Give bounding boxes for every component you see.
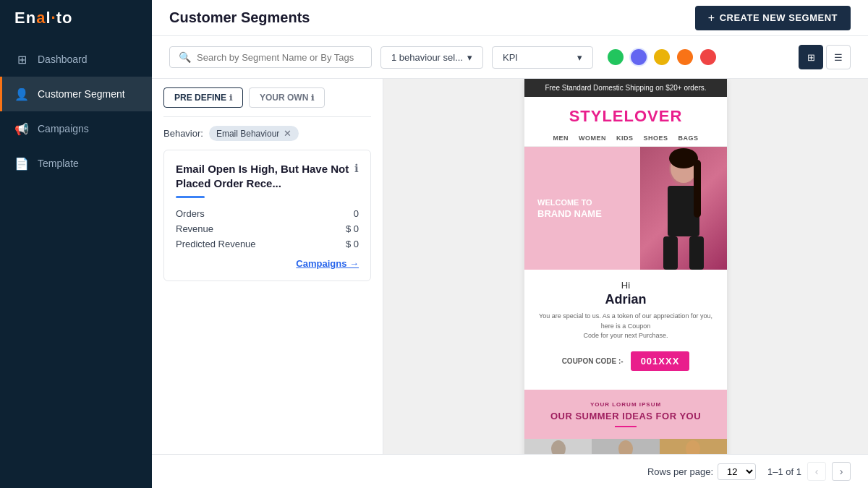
main-content: Customer Segments + CREATE NEW SEGMENT 🔍… — [152, 0, 868, 488]
tab-pre-define-label: PRE DEFINE — [174, 93, 226, 103]
behavior-row: Behavior: Email Behaviour ✕ — [163, 126, 371, 141]
email-template-preview: Free Standard Domestic Shipping on $20+ … — [524, 79, 727, 454]
orders-row: Orders 0 — [176, 208, 359, 219]
kpi-chevron-icon: ▾ — [577, 52, 582, 63]
campaigns-link[interactable]: Campaigns → — [176, 258, 359, 269]
orders-label: Orders — [176, 208, 205, 219]
grid-view-button[interactable]: ⊞ — [799, 45, 823, 69]
svg-point-11 — [618, 440, 633, 455]
right-panel: Free Standard Domestic Shipping on $20+ … — [383, 79, 868, 454]
predicted-revenue-row: Predicted Revenue $ 0 — [176, 239, 359, 249]
list-view-button[interactable]: ☰ — [826, 45, 851, 69]
card-info-icon[interactable]: ℹ — [354, 162, 359, 175]
sidebar-item-dashboard[interactable]: ⊞ Dashboard — [0, 42, 152, 77]
tab-your-own-label: YOUR OWN — [260, 93, 308, 103]
content-area: PRE DEFINE ℹ YOUR OWN ℹ Behavior: Email … — [152, 79, 868, 454]
sidebar-item-label: Dashboard — [38, 53, 88, 65]
color-dot-red[interactable] — [700, 49, 716, 65]
sidebar-item-template[interactable]: 📄 Template — [0, 146, 152, 181]
rows-dropdown[interactable]: 12 24 48 — [718, 463, 756, 480]
list-icon: ☰ — [834, 52, 843, 63]
prev-page-button[interactable]: ‹ — [807, 462, 826, 481]
create-button-label: CREATE NEW SEGMENT — [720, 12, 838, 23]
sidebar-nav: ⊞ Dashboard 👤 Customer Segment 📢 Campaig… — [0, 42, 152, 181]
next-page-button[interactable]: › — [832, 462, 851, 481]
revenue-row: Revenue $ 0 — [176, 223, 359, 234]
email-banner: Free Standard Domestic Shipping on $20+ … — [524, 79, 727, 97]
model-img-1 — [524, 439, 592, 455]
email-summer-section: YOUR LORUM IPSUM OUR SUMMER IDEAS FOR YO… — [524, 390, 727, 439]
tab-your-own[interactable]: YOUR OWN ℹ — [249, 87, 325, 108]
segment-underline — [176, 196, 205, 198]
behavior-tag-close[interactable]: ✕ — [284, 128, 292, 139]
topbar: Customer Segments + CREATE NEW SEGMENT — [152, 0, 868, 36]
summer-title: OUR SUMMER IDEAS FOR YOU — [536, 411, 715, 421]
coupon-row: COUPON CODE :- 001XXX — [536, 351, 715, 371]
dashboard-icon: ⊞ — [14, 52, 29, 67]
logo-accent: · — [51, 9, 56, 27]
sidebar-item-label: Template — [38, 158, 79, 169]
template-icon: 📄 — [14, 156, 29, 171]
predicted-value: $ 0 — [346, 239, 359, 249]
search-wrapper[interactable]: 🔍 — [169, 46, 372, 68]
behaviour-dropdown-label: 1 behaviour sel... — [391, 52, 463, 63]
svg-rect-2 — [663, 236, 678, 270]
svg-point-15 — [686, 440, 700, 455]
nav-women: WOMEN — [579, 134, 606, 142]
color-dot-green[interactable] — [608, 49, 624, 65]
hero-brand: BRAND NAME — [537, 208, 602, 219]
model-figure-3 — [671, 439, 715, 455]
email-recipient: Adrian — [536, 292, 715, 307]
filter-bar: 🔍 1 behaviour sel... ▾ KPI ▾ ⊞ ☰ — [152, 36, 868, 79]
behavior-tag: Email Behaviour ✕ — [209, 126, 299, 141]
logo-text: Enal·to — [14, 9, 72, 27]
model-figure — [640, 147, 727, 270]
model-figure-2 — [604, 439, 647, 455]
segment-card: ℹ Email Open Is High, But Have Not Place… — [163, 150, 371, 281]
logo: Enal·to — [0, 0, 152, 36]
summer-line — [615, 426, 637, 427]
email-logo-text: STYLE — [569, 107, 624, 125]
page-nav: 1–1 of 1 ‹ › — [767, 462, 851, 481]
color-dot-orange[interactable] — [677, 49, 693, 65]
email-logo-area: STYLELOVER — [524, 97, 727, 129]
nav-shoes: SHOES — [643, 134, 668, 142]
behavior-label: Behavior: — [163, 128, 203, 139]
sidebar-item-customer-segment[interactable]: 👤 Customer Segment — [0, 77, 152, 111]
segment-card-title: Email Open Is High, But Have Not Placed … — [176, 162, 359, 190]
page-range: 1–1 of 1 — [767, 466, 801, 477]
plus-icon: + — [708, 12, 715, 25]
create-segment-button[interactable]: + CREATE NEW SEGMENT — [695, 6, 851, 30]
hero-text: WELCOME TO BRAND NAME — [537, 197, 602, 219]
nav-bags: BAGS — [678, 134, 699, 142]
color-dot-yellow[interactable] — [654, 49, 670, 65]
sidebar-item-label: Customer Segment — [38, 88, 125, 100]
rows-per-page: Rows per page: 12 24 48 — [647, 463, 756, 480]
email-logo: STYLELOVER — [524, 107, 727, 126]
nav-kids: KIDS — [616, 134, 634, 142]
predicted-label: Predicted Revenue — [176, 239, 256, 249]
summer-label: YOUR LORUM IPSUM — [536, 401, 715, 408]
email-hero: WELCOME TO BRAND NAME — [524, 147, 727, 270]
rows-label: Rows per page: — [647, 466, 713, 477]
behavior-tag-text: Email Behaviour — [216, 129, 279, 139]
tab-pre-define[interactable]: PRE DEFINE ℹ — [163, 87, 243, 108]
color-dot-blue[interactable] — [631, 49, 647, 65]
logo-dot: a — [36, 9, 46, 27]
behaviour-dropdown[interactable]: 1 behaviour sel... ▾ — [380, 46, 483, 69]
svg-rect-6 — [694, 160, 701, 218]
kpi-dropdown[interactable]: KPI ▾ — [492, 46, 593, 69]
hero-model-image — [640, 147, 727, 270]
model-img-3 — [660, 439, 727, 455]
sidebar: Enal·to ⊞ Dashboard 👤 Customer Segment 📢… — [0, 0, 152, 488]
campaigns-link-text: Campaigns → — [296, 258, 359, 269]
revenue-value: $ 0 — [346, 223, 359, 234]
tab-row: PRE DEFINE ℹ YOUR OWN ℹ — [163, 79, 371, 117]
sidebar-item-campaigns[interactable]: 📢 Campaigns — [0, 111, 152, 146]
email-greeting: Hi — [536, 280, 715, 291]
email-logo-accent: LOVER — [624, 107, 683, 125]
campaigns-icon: 📢 — [14, 121, 29, 136]
search-input[interactable] — [197, 52, 362, 63]
sidebar-item-label: Campaigns — [38, 123, 89, 134]
email-nav: MEN WOMEN KIDS SHOES BAGS — [524, 129, 727, 147]
